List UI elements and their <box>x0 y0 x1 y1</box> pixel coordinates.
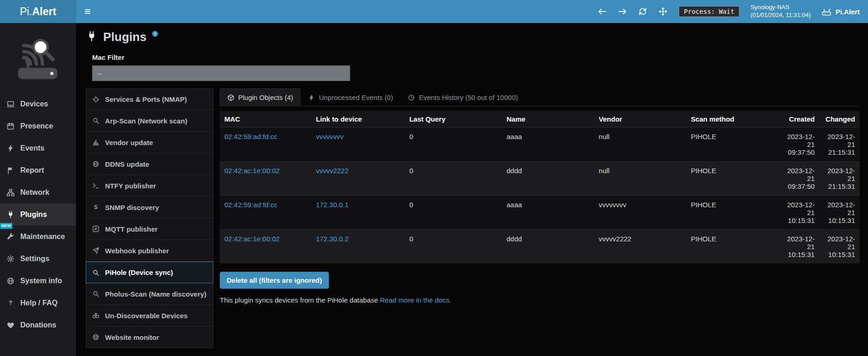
plugin-item-label: Pholus-Scan (Name discovery) <box>105 290 206 298</box>
sitemap-icon <box>6 188 15 197</box>
changed-cell: 2023-12-21 10:15:31 <box>819 230 860 264</box>
delete-all-button[interactable]: Delete all (filters are ignored) <box>220 272 329 289</box>
created-cell: 2023-12-21 10:15:31 <box>780 230 819 264</box>
plugin-item-ddns-update[interactable]: DDNS update <box>86 153 213 175</box>
plugin-nav: Services & Ports (NMAP) Arp-Scan (Networ… <box>86 88 213 348</box>
topbar: Pi.Alert ≡ Process: Wait Synology-NAS (0… <box>0 0 868 23</box>
column-header-changed: Changed <box>819 111 860 128</box>
sidebar-toggle-button[interactable]: ≡ <box>76 0 99 23</box>
plugin-item-label: Arp-Scan (Network scan) <box>105 117 187 125</box>
vendor-cell: vvvvv2222 <box>594 230 686 264</box>
last-query-cell: 0 <box>405 162 502 196</box>
mac-link[interactable]: 02:42:ac:1e:00:02 <box>224 235 280 243</box>
snmp-icon <box>92 204 100 211</box>
scan-method-cell: PIHOLE <box>686 128 780 162</box>
scan-method-cell: PIHOLE <box>686 196 780 230</box>
plugin-item-website-monitor[interactable]: Website monitor <box>86 327 213 348</box>
plugin-item-ntfy-publisher[interactable]: NTFY publisher <box>86 175 213 197</box>
device-link[interactable]: 172.30.0.2 <box>316 235 349 243</box>
column-header-name: Name <box>502 111 594 128</box>
table-row: 02:42:ac:1e:00:02 vvvvv2222 0 dddd null … <box>220 162 860 196</box>
move-icon <box>658 7 668 16</box>
mac-link[interactable]: 02:42:ac:1e:00:02 <box>224 167 280 175</box>
name-cell: dddd <box>502 230 594 264</box>
column-header-created: Created <box>780 111 819 128</box>
topbar-right: Process: Wait Synology-NAS (01/01/2024, … <box>598 4 862 19</box>
box-icon <box>92 225 100 233</box>
sidebar-item-label: Settings <box>20 255 49 263</box>
tab-label: Unprocessed Events (0) <box>319 93 393 101</box>
mac-filter-input[interactable] <box>92 65 350 81</box>
plugin-item-pholus-scan[interactable]: Pholus-Scan (Name discovery) <box>86 283 213 305</box>
arrow-right-icon <box>618 7 627 16</box>
fullscreen-button[interactable] <box>658 7 668 16</box>
tab-events-history[interactable]: Events History (50 out of 10000) <box>400 88 525 106</box>
sidebar-item-events[interactable]: Events <box>0 137 76 159</box>
wrench-icon <box>6 233 15 241</box>
device-link[interactable]: vvvvvvvv <box>316 133 344 140</box>
name-cell: aaaa <box>502 196 594 230</box>
plugin-item-un-discoverable-devices[interactable]: Un-Discoverable Devices <box>86 305 213 327</box>
sidebar-logo <box>0 23 76 93</box>
table-row: 02:42:59:ad:fd:cc vvvvvvvv 0 aaaa null P… <box>220 128 860 162</box>
plugin-item-label: DDNS update <box>105 160 149 168</box>
sidebar-item-maintenance[interactable]: NEWMaintenance <box>0 226 76 248</box>
plugin-tabs: Plugin Objects (4) Unprocessed Events (0… <box>220 88 860 106</box>
mac-link[interactable]: 02:42:59:ad:fd:cc <box>224 201 277 209</box>
plugin-item-label: MQTT publisher <box>105 225 158 233</box>
plugin-item-services-ports-nmap[interactable]: Services & Ports (NMAP) <box>86 88 213 110</box>
refresh-icon <box>638 7 647 16</box>
plugin-item-label: Un-Discoverable Devices <box>105 312 188 320</box>
sidebar-item-plugins[interactable]: Plugins <box>0 204 76 226</box>
globe-icon <box>6 277 15 285</box>
created-cell: 2023-12-21 09:37:50 <box>780 162 819 196</box>
plugin-item-vendor-update[interactable]: Vendor update <box>86 132 213 153</box>
plugin-panel: Plugin Objects (4) Unprocessed Events (0… <box>220 88 860 348</box>
pialert-logo-image <box>12 33 64 86</box>
scan-method-cell: PIHOLE <box>686 230 780 264</box>
sidebar-item-label: Presence <box>20 122 53 130</box>
sidebar-item-devices[interactable]: Devices <box>0 93 76 115</box>
plugin-item-pihole-device-sync[interactable]: PiHole (Device sync) <box>86 262 213 283</box>
name-cell: aaaa <box>502 128 594 162</box>
search-icon <box>92 269 100 276</box>
sidebar-item-system-info[interactable]: System info <box>0 270 76 292</box>
sidebar-item-report[interactable]: Report <box>0 159 76 181</box>
last-query-cell: 0 <box>405 128 502 162</box>
nav-forward-button[interactable] <box>618 7 627 16</box>
column-header-vendor: Vendor <box>594 111 686 128</box>
sidebar-item-presence[interactable]: Presence <box>0 115 76 137</box>
scan-method-cell: PIHOLE <box>686 162 780 196</box>
topbar-main: ≡ Process: Wait Synology-NAS (01/01/2024… <box>76 0 868 23</box>
vendor-cell: null <box>594 162 686 196</box>
sidebar-item-network[interactable]: Network <box>0 181 76 204</box>
plugin-item-label: NTFY publisher <box>105 182 156 190</box>
mac-filter-label: Mac Filter <box>92 53 860 61</box>
tab-unprocessed-events[interactable]: Unprocessed Events (0) <box>300 88 400 106</box>
device-link[interactable]: 172.30.0.1 <box>316 201 349 209</box>
nav-back-button[interactable] <box>598 7 607 16</box>
host-time: (01/01/2024, 11:31:04) <box>751 12 811 19</box>
docs-link[interactable]: Read more in the docs. <box>380 296 452 304</box>
plugin-item-arp-scan[interactable]: Arp-Scan (Network scan) <box>86 110 213 132</box>
process-status-badge: Process: Wait <box>679 6 739 17</box>
tab-plugin-objects[interactable]: Plugin Objects (4) <box>220 88 300 106</box>
plugin-item-mqtt-publisher[interactable]: MQTT publisher <box>86 218 213 240</box>
app-logo[interactable]: Pi.Alert <box>0 0 76 23</box>
device-link[interactable]: vvvvv2222 <box>316 167 349 175</box>
sidebar-item-donations[interactable]: Donations <box>0 314 76 336</box>
mac-link[interactable]: 02:42:59:ad:fd:cc <box>224 133 277 140</box>
refresh-button[interactable] <box>638 7 647 16</box>
terminal-icon <box>92 182 100 189</box>
brand: Pi.Alert <box>821 6 862 17</box>
chart-icon <box>92 139 100 146</box>
sidebar-item-settings[interactable]: Settings <box>0 248 76 270</box>
app-body: Devices Presence Events Report Network P… <box>0 23 868 356</box>
plugin-item-webhook-publisher[interactable]: Webhook publisher <box>86 240 213 262</box>
column-header-scan-method: Scan method <box>686 111 780 128</box>
last-query-cell: 0 <box>405 196 502 230</box>
sidebar-item-help-faq[interactable]: Help / FAQ <box>0 292 76 314</box>
plugin-item-snmp-discovery[interactable]: SNMP discovery <box>86 197 213 218</box>
help-badge[interactable]: ? <box>152 31 158 37</box>
column-header-last-query: Last Query <box>405 111 502 128</box>
